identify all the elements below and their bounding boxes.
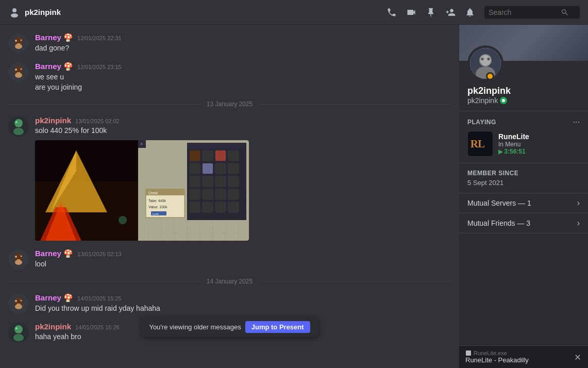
svg-point-17: [15, 121, 18, 123]
search-input[interactable]: [489, 8, 561, 16]
profile-avatar-img: [470, 48, 501, 79]
profile-info: pk2inpink pk2inpink: [459, 86, 588, 111]
message-group: Barney 🍄 13/01/2025 02:13 lool: [8, 249, 451, 270]
search-icon: [561, 8, 569, 16]
profile-avatar: [467, 45, 503, 81]
topbar: pk2inpink: [0, 0, 588, 25]
avatar: [8, 249, 29, 270]
pin-icon[interactable]: [426, 7, 436, 18]
mutual-friends-row[interactable]: Mutual Friends — 3 ›: [459, 213, 588, 233]
message-header: Barney 🍄 14/01/2025 15:25: [35, 293, 451, 303]
section-header: Playing ···: [467, 118, 580, 127]
game-icon: RL: [467, 131, 493, 157]
game-timer: ▶ 3:56:51: [498, 148, 580, 155]
message-text: we see u are you joining: [35, 72, 451, 92]
message-author: pk2inpink: [35, 116, 71, 125]
avatar: [8, 293, 29, 314]
svg-rect-58: [215, 202, 226, 212]
svg-rect-47: [228, 163, 239, 174]
svg-rect-54: [215, 189, 226, 199]
right-panel: ···: [459, 25, 588, 368]
avatar: [8, 116, 29, 137]
playing-row: RL RuneLite In Menu ▶ 3:56:51: [467, 131, 580, 157]
playing-more-icon[interactable]: ···: [573, 118, 580, 127]
message-timestamp: 12/01/2025 23:15: [77, 64, 122, 70]
svg-point-0: [12, 8, 16, 12]
svg-point-70: [119, 216, 127, 224]
message-content: pk2inpink 13/01/2025 02:02 solo 440 25% …: [35, 116, 451, 241]
message-author: Barney 🍄: [35, 249, 73, 258]
message-header: Barney 🍄 13/01/2025 02:13: [35, 249, 451, 258]
message-content: Barney 🍄 14/01/2025 15:25 Did you throw …: [35, 293, 451, 314]
message-header: pk2inpink 13/01/2025 02:02: [35, 116, 451, 125]
svg-rect-50: [215, 176, 226, 187]
svg-rect-51: [228, 176, 239, 187]
svg-rect-39: [187, 143, 246, 149]
image-embed: Chest Take: 440k Value: 100k Loot ×: [35, 140, 249, 241]
bottom-spacer: [0, 342, 459, 368]
messages-container[interactable]: Barney 🍄 12/01/2025 22:31 dad gone?: [0, 25, 459, 342]
svg-point-77: [21, 255, 22, 257]
message-timestamp: 14/01/2025 15:26: [75, 324, 120, 330]
svg-point-76: [15, 256, 17, 258]
message-timestamp: 13/01/2025 02:02: [75, 118, 120, 124]
message-author: Barney 🍄: [35, 33, 73, 42]
svg-rect-41: [203, 150, 213, 161]
svg-text:Chest: Chest: [148, 191, 158, 195]
svg-point-101: [487, 58, 490, 60]
svg-text:Take: 440k: Take: 440k: [148, 199, 166, 203]
game-screenshot: Chest Take: 440k Value: 100k Loot ×: [35, 140, 249, 241]
game-status: In Menu: [498, 141, 580, 148]
message-content: Barney 🍄 13/01/2025 02:13 lool: [35, 249, 451, 270]
message-group: Barney 🍄 12/01/2025 22:31 dad gone?: [8, 33, 451, 54]
svg-rect-57: [203, 202, 213, 212]
online-status-dot: [486, 72, 494, 80]
chevron-right-icon-2: ›: [577, 219, 580, 228]
channel-title: pk2inpink: [25, 8, 61, 16]
svg-point-4: [15, 40, 17, 42]
add-member-icon[interactable]: [445, 7, 456, 18]
svg-rect-60: [190, 150, 200, 161]
message-timestamp: 14/01/2025 15:25: [77, 295, 122, 302]
svg-point-88: [13, 334, 24, 341]
message-text: dad gone?: [35, 43, 451, 54]
message-text: lool: [35, 259, 451, 270]
older-messages-bar: You're viewing older messages Jump to Pr…: [141, 317, 318, 337]
message-group: pk2inpink 13/01/2025 02:02 solo 440 25% …: [8, 116, 451, 241]
svg-rect-13: [17, 72, 20, 76]
svg-point-89: [15, 327, 18, 329]
search-box[interactable]: [484, 6, 580, 19]
message-text: Did you throw up mid raid yday hahaha: [35, 304, 451, 314]
svg-point-87: [14, 325, 23, 333]
svg-point-82: [15, 300, 17, 302]
svg-point-5: [21, 40, 22, 41]
runelite-filename: RuneLite.exe: [465, 350, 529, 356]
svg-rect-79: [17, 259, 20, 263]
online-badge: [500, 97, 507, 104]
message-author: pk2inpink: [35, 322, 71, 331]
svg-rect-62: [215, 150, 226, 161]
svg-point-11: [21, 69, 22, 70]
main-layout: Barney 🍄 12/01/2025 22:31 dad gone?: [0, 25, 588, 368]
runelite-close-button[interactable]: [574, 353, 582, 361]
message-author: Barney 🍄: [35, 293, 73, 303]
message-timestamp: 13/01/2025 02:13: [77, 251, 122, 257]
svg-rect-7: [17, 43, 20, 47]
svg-rect-43: [228, 150, 239, 161]
mutual-servers-row[interactable]: Mutual Servers — 1 ›: [459, 193, 588, 213]
member-since-date: 5 Sept 2021: [467, 179, 580, 187]
jump-to-present-button[interactable]: Jump to Present: [245, 321, 310, 333]
inbox-icon[interactable]: [465, 7, 475, 18]
svg-rect-53: [203, 189, 213, 199]
message-text: solo 440 25% for 100k: [35, 126, 451, 136]
message-author: Barney 🍄: [35, 62, 73, 71]
chat-area: Barney 🍄 12/01/2025 22:31 dad gone?: [0, 25, 459, 368]
svg-rect-52: [190, 189, 200, 199]
svg-point-15: [14, 119, 23, 127]
video-call-icon[interactable]: [406, 7, 416, 18]
svg-rect-61: [203, 163, 213, 174]
message-group: Barney 🍄 12/01/2025 23:15 we see u are y…: [8, 62, 451, 92]
svg-point-98: [480, 55, 491, 66]
svg-point-10: [15, 69, 17, 71]
call-icon[interactable]: [387, 7, 397, 18]
